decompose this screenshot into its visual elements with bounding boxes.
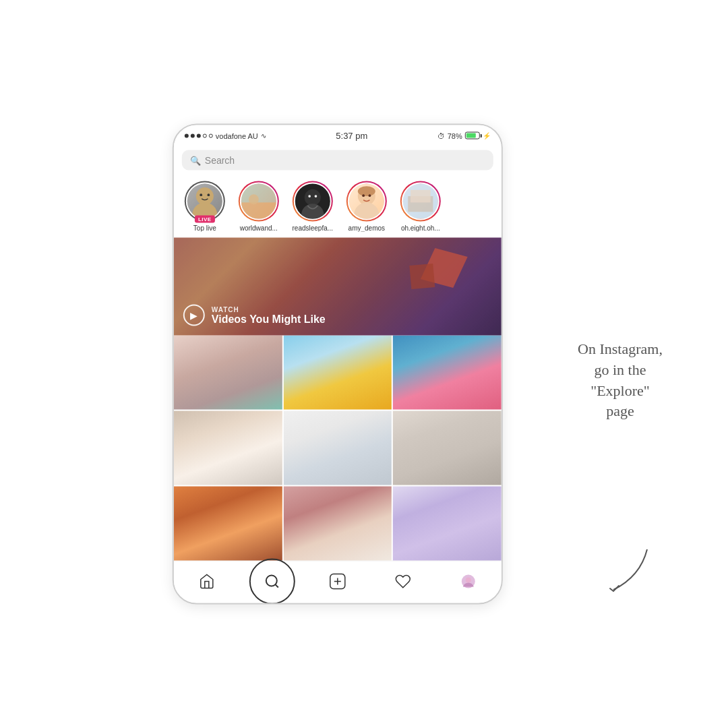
avatar-svg-1 xyxy=(187,183,222,220)
avatar-svg-4 xyxy=(349,183,384,220)
story-avatar-2 xyxy=(240,183,278,220)
battery-percent: 78% xyxy=(448,131,462,140)
grid-cell-ballet[interactable] xyxy=(393,411,502,485)
photo-grid xyxy=(174,336,502,561)
story-avatar-4 xyxy=(348,183,386,220)
carrier-name: vodafone AU xyxy=(216,131,258,140)
svg-point-10 xyxy=(315,195,317,198)
grid-cell-chart[interactable] xyxy=(393,487,502,561)
watch-label: WATCH xyxy=(212,305,326,313)
svg-point-15 xyxy=(369,194,371,197)
story-avatar-wrap-top-live: LIVE xyxy=(185,181,225,222)
svg-point-12 xyxy=(358,186,375,196)
arrow-annotation xyxy=(593,543,654,597)
search-placeholder: Search xyxy=(205,155,235,166)
annotation-line1: On Instagram, xyxy=(578,340,663,357)
grid-cell-buildings[interactable] xyxy=(174,487,282,561)
story-label-2: worldwand... xyxy=(235,224,283,232)
stories-row: LIVE Top live worldwand... xyxy=(174,176,502,238)
search-bar-container: 🔍 Search xyxy=(174,146,502,176)
story-item-oheight[interactable]: oh.eight.oh... xyxy=(396,181,445,232)
watch-banner[interactable]: ▶ WATCH Videos You Might Like xyxy=(174,238,502,336)
annotation-line2: go in the xyxy=(595,361,646,378)
svg-point-3 xyxy=(208,193,210,196)
svg-point-7 xyxy=(305,189,321,206)
grid-cell-bathroom[interactable] xyxy=(283,411,392,485)
nav-heart[interactable] xyxy=(390,568,417,595)
svg-line-20 xyxy=(275,584,278,587)
story-item-amy[interactable]: amy_demos xyxy=(342,181,391,232)
svg-point-14 xyxy=(362,194,365,197)
status-bar: vodafone AU ∿ 5:37 pm ⏱ 78% ⚡ xyxy=(174,125,502,146)
watch-text: WATCH Videos You Might Like xyxy=(212,305,326,325)
battery-bar xyxy=(465,132,480,140)
dot5 xyxy=(209,133,213,138)
status-right: ⏱ 78% ⚡ xyxy=(437,131,491,140)
dot2 xyxy=(191,133,195,138)
nav-search[interactable] xyxy=(259,568,286,595)
svg-point-13 xyxy=(354,202,379,220)
signal-dots xyxy=(185,133,213,138)
phone-wrapper: vodafone AU ∿ 5:37 pm ⏱ 78% ⚡ 🔍 Search xyxy=(173,124,503,605)
phone-frame: vodafone AU ∿ 5:37 pm ⏱ 78% ⚡ 🔍 Search xyxy=(173,124,503,605)
search-icon: 🔍 xyxy=(190,155,201,165)
live-badge: LIVE xyxy=(195,216,215,223)
avatar-svg-3 xyxy=(295,183,330,220)
annotation-line3: "Explore" xyxy=(590,382,650,399)
bottom-nav xyxy=(174,561,502,603)
nav-profile[interactable] xyxy=(455,568,482,595)
grid-cell-blonde[interactable] xyxy=(283,487,392,561)
arrow-svg xyxy=(593,543,654,597)
svg-rect-5 xyxy=(241,202,276,218)
story-item-worldwand[interactable]: worldwand... xyxy=(235,181,283,232)
heart-icon xyxy=(395,574,411,590)
svg-point-0 xyxy=(196,187,214,205)
home-icon xyxy=(198,574,214,590)
svg-point-9 xyxy=(308,195,311,198)
alarm-icon: ⏱ xyxy=(437,131,445,140)
dot4 xyxy=(203,133,207,138)
story-item-top-live[interactable]: LIVE Top live xyxy=(181,181,229,232)
svg-point-25 xyxy=(466,578,471,583)
cube-decoration-2 xyxy=(409,264,435,289)
story-label-4: amy_demos xyxy=(342,224,391,232)
grid-cell-pink-outfit[interactable] xyxy=(174,336,282,410)
grid-cell-white-dress[interactable] xyxy=(174,411,282,485)
grid-cell-pool[interactable] xyxy=(393,336,502,410)
status-time: 5:37 pm xyxy=(336,131,367,141)
svg-rect-18 xyxy=(411,190,431,203)
story-item-readsleep[interactable]: readsleepfa... xyxy=(289,181,337,232)
story-label-top-live: Top live xyxy=(181,224,229,232)
story-label-5: oh.eight.oh... xyxy=(396,224,445,232)
charging-icon: ⚡ xyxy=(483,132,491,140)
search-nav-icon xyxy=(264,574,280,590)
story-avatar-wrap-4 xyxy=(346,181,387,222)
story-avatar-top-live xyxy=(186,183,224,220)
avatar-svg-5 xyxy=(403,183,438,220)
nav-home[interactable] xyxy=(193,568,220,595)
story-avatar-3 xyxy=(294,183,332,220)
story-label-3: readsleepfa... xyxy=(289,224,337,232)
svg-point-6 xyxy=(249,194,259,204)
avatar-svg-2 xyxy=(241,183,276,220)
svg-point-2 xyxy=(200,193,202,196)
watch-content: ▶ WATCH Videos You Might Like xyxy=(183,305,326,326)
story-avatar-wrap-3 xyxy=(293,181,333,222)
nav-add[interactable] xyxy=(324,568,351,595)
profile-icon xyxy=(460,574,477,590)
dot1 xyxy=(185,133,189,138)
svg-point-8 xyxy=(301,204,324,220)
search-bar[interactable]: 🔍 Search xyxy=(182,150,493,171)
story-avatar-wrap-2 xyxy=(239,181,279,222)
wifi-icon: ∿ xyxy=(261,132,266,140)
play-button[interactable]: ▶ xyxy=(183,305,205,326)
grid-cell-drink[interactable] xyxy=(283,336,392,410)
battery-fill xyxy=(466,133,476,138)
story-avatar-wrap-5 xyxy=(400,181,441,222)
annotation-line4: page xyxy=(606,402,634,419)
dot3 xyxy=(197,133,201,138)
svg-point-19 xyxy=(266,576,277,586)
add-icon xyxy=(329,573,346,590)
annotation-text: On Instagram, go in the "Explore" page xyxy=(553,339,688,422)
story-avatar-5 xyxy=(402,183,439,220)
